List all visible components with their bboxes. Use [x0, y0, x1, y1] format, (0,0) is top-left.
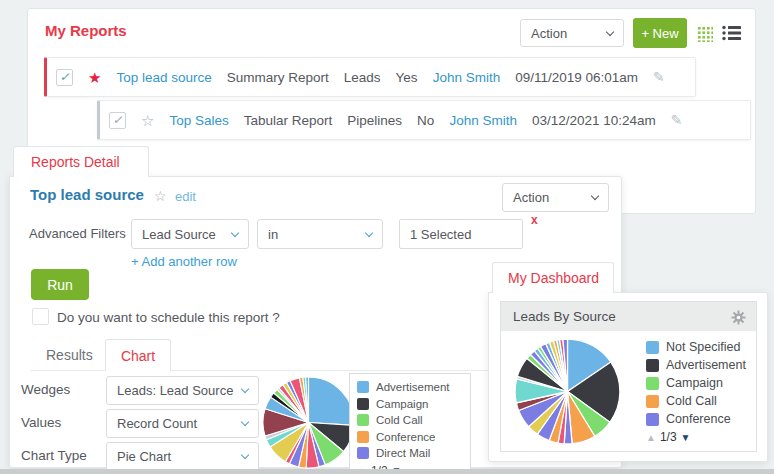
legend-page-down-icon[interactable]: ▼: [681, 432, 691, 443]
legend-items: Not SpecifiedAdvertisementCampaignCold C…: [646, 338, 746, 428]
tab-chart[interactable]: Chart: [105, 339, 171, 371]
legend-label: Advertisement: [666, 358, 746, 372]
new-report-button[interactable]: + New: [633, 18, 687, 48]
report-detail-title: Top lead source: [30, 186, 144, 203]
chevron-down-icon: [606, 27, 614, 35]
wedges-dropdown[interactable]: Leads: Lead Source: [106, 376, 259, 405]
report-row[interactable]: ✓ ☆ Top Sales Tabular Report Pipelines N…: [97, 100, 751, 140]
filter-field-value: Lead Source: [142, 227, 216, 242]
legend-swatch: [646, 395, 659, 408]
chart-type-value: Pie Chart: [117, 449, 171, 464]
report-owner-link[interactable]: John Smith: [433, 70, 501, 85]
pie-slice: [309, 377, 355, 425]
lead-source-pie-chart: [262, 376, 355, 469]
legend-label: Cold Call: [376, 414, 423, 426]
tab-reports-detail[interactable]: Reports Detail: [13, 146, 149, 177]
filter-value-input[interactable]: 1 Selected: [399, 219, 523, 249]
report-datetime: 09/11/2019 06:01am: [515, 70, 638, 85]
edit-pencil-icon[interactable]: ✎: [653, 69, 665, 85]
leads-by-source-pie-chart: [514, 338, 621, 445]
report-module: Leads: [344, 70, 381, 85]
check-icon: ✓: [112, 113, 122, 127]
legend-page-indicator: 1/3: [660, 430, 677, 444]
legend-item: Advertisement: [357, 379, 463, 396]
list-view-icon[interactable]: [722, 25, 742, 41]
legend-item: Conference: [646, 410, 746, 428]
filter-field-dropdown[interactable]: Lead Source: [131, 219, 249, 249]
chart-type-dropdown[interactable]: Pie Chart: [106, 442, 259, 471]
values-dropdown[interactable]: Record Count: [106, 409, 259, 438]
chevron-down-icon: [241, 418, 249, 426]
legend-label: Cold Call: [666, 394, 717, 408]
row-checkbox[interactable]: ✓: [109, 112, 126, 129]
favorite-star-icon[interactable]: ☆: [141, 113, 154, 128]
favorite-star-icon[interactable]: ★: [88, 70, 101, 85]
widget-header: Leads By Source: [500, 301, 757, 332]
legend-label: Campaign: [666, 376, 723, 390]
legend-item: Cold Call: [646, 392, 746, 410]
action-dropdown[interactable]: Action: [520, 19, 624, 47]
legend-swatch: [357, 414, 369, 426]
legend-item: Not Specified: [646, 338, 746, 356]
report-scheduled: No: [417, 113, 434, 128]
gear-icon[interactable]: [731, 310, 746, 325]
report-scheduled: Yes: [396, 70, 418, 85]
report-row[interactable]: ✓ ★ Top lead source Summary Report Leads…: [44, 57, 696, 97]
my-dashboard-panel: Leads By Source Not SpecifiedAdvertiseme…: [488, 292, 768, 462]
detail-action-dropdown[interactable]: Action: [502, 183, 609, 212]
report-datetime: 03/12/2021 10:24am: [532, 113, 656, 128]
legend-items: AdvertisementCampaignCold CallConference…: [357, 379, 463, 462]
legend-swatch: [357, 447, 369, 459]
remove-filter-icon[interactable]: x: [531, 213, 538, 227]
action-dropdown-label: Action: [531, 26, 567, 41]
legend-label: Direct Mail: [376, 447, 430, 459]
legend-swatch: [646, 341, 659, 354]
legend-pager: ▲ 1/3 ▼: [646, 430, 746, 444]
legend-label: Not Specified: [666, 340, 740, 354]
row-checkbox[interactable]: ✓: [56, 69, 73, 86]
schedule-checkbox[interactable]: [32, 308, 49, 325]
chart-legend: AdvertisementCampaignCold CallConference…: [349, 373, 471, 474]
grid-view-icon[interactable]: [696, 25, 713, 42]
page-background: My Reports Action + New ✓ ★ Top lead sou…: [0, 0, 774, 474]
legend-item: Campaign: [357, 396, 463, 413]
widget-title: Leads By Source: [513, 309, 616, 324]
legend-swatch: [357, 431, 369, 443]
chart-legend: Not SpecifiedAdvertisementCampaignCold C…: [646, 338, 746, 444]
legend-item: Cold Call: [357, 412, 463, 429]
run-button[interactable]: Run: [31, 269, 89, 300]
report-type: Summary Report: [227, 70, 329, 85]
chevron-down-icon: [365, 228, 373, 236]
add-another-row-link[interactable]: + Add another row: [131, 254, 237, 269]
schedule-label: Do you want to schedule this report ?: [57, 310, 280, 325]
legend-item: Direct Mail: [357, 445, 463, 462]
my-reports-toolbar: Action + New: [520, 18, 742, 48]
chevron-down-icon: [591, 192, 599, 200]
report-type: Tabular Report: [244, 113, 333, 128]
chevron-down-icon: [231, 228, 239, 236]
report-name-link[interactable]: Top lead source: [116, 70, 211, 85]
detail-action-label: Action: [513, 190, 549, 205]
chevron-down-icon: [241, 385, 249, 393]
report-owner-link[interactable]: John Smith: [449, 113, 517, 128]
legend-swatch: [357, 381, 369, 393]
legend-item: Campaign: [646, 374, 746, 392]
tab-my-dashboard[interactable]: My Dashboard: [492, 262, 614, 293]
legend-swatch: [646, 377, 659, 390]
legend-item: Advertisement: [646, 356, 746, 374]
advanced-filters-label: Advanced Filters: [29, 226, 126, 241]
edit-pencil-icon[interactable]: ✎: [671, 112, 683, 128]
wedges-value: Leads: Lead Source: [117, 383, 233, 398]
report-name-link[interactable]: Top Sales: [169, 113, 228, 128]
legend-page-up-icon[interactable]: ▲: [646, 432, 656, 443]
legend-item: Conference: [357, 429, 463, 446]
widget-body: Not SpecifiedAdvertisementCampaignCold C…: [500, 331, 757, 452]
tab-results[interactable]: Results: [46, 347, 93, 363]
chevron-down-icon: [241, 451, 249, 459]
bottom-edge-strip: [0, 469, 774, 474]
check-icon: ✓: [59, 70, 69, 84]
favorite-star-icon[interactable]: ☆: [154, 188, 167, 204]
edit-link[interactable]: edit: [175, 189, 196, 204]
filter-operator-dropdown[interactable]: in: [257, 219, 383, 249]
report-module: Pipelines: [347, 113, 402, 128]
